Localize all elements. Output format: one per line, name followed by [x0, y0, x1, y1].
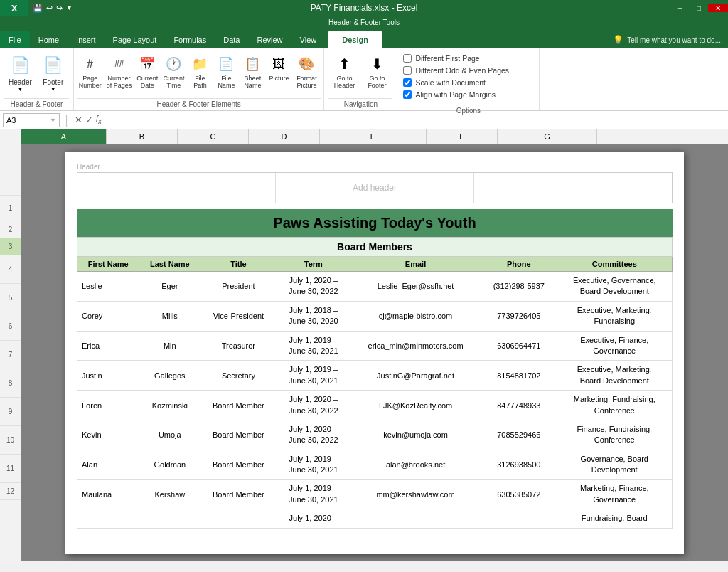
table-row[interactable]: Erica Min Treasurer July 1, 2019 –June 3…	[77, 331, 673, 361]
goto-footer-button[interactable]: ⬇ Go toFooter	[361, 51, 392, 91]
cell-committees[interactable]: Executive, Marketing,Board Development	[557, 361, 672, 391]
header-dropdown-icon[interactable]: ▼	[17, 86, 23, 92]
formula-enter-icon[interactable]: ✓	[85, 115, 93, 125]
row-num-11[interactable]: 11	[0, 455, 21, 483]
cell-last-name[interactable]: Kershaw	[139, 480, 200, 509]
table-row[interactable]: Kevin Umoja Board Member July 1, 2020 –J…	[77, 420, 673, 450]
close-button[interactable]: ✕	[708, 4, 728, 12]
row-num-3[interactable]: 3	[0, 238, 21, 255]
cell-phone[interactable]: 7085529466	[481, 420, 557, 450]
cell-term[interactable]: July 1, 2020 –	[277, 509, 350, 528]
tab-view[interactable]: View	[291, 31, 326, 48]
row-num-5[interactable]: 5	[0, 284, 21, 312]
tab-design[interactable]: Design	[328, 31, 382, 48]
col-header-A[interactable]: A	[21, 129, 107, 144]
cell-phone[interactable]: 7739726405	[481, 301, 557, 331]
cell-last-name[interactable]: Mills	[139, 301, 200, 331]
cell-phone[interactable]: (312)298-5937	[481, 272, 557, 302]
cell-last-name[interactable]: Umoja	[139, 420, 200, 450]
cell-last-name[interactable]: Goldman	[139, 450, 200, 480]
row-num-4[interactable]: 4	[0, 255, 21, 284]
formula-input[interactable]	[105, 116, 725, 125]
different-odd-even-checkbox-row[interactable]: Different Odd & Even Pages	[403, 66, 533, 75]
maximize-button[interactable]: □	[690, 4, 708, 12]
cell-committees[interactable]: Marketing, Fundraising,Conference	[557, 391, 672, 420]
formula-cancel-icon[interactable]: ✕	[75, 115, 82, 125]
page-number-button[interactable]: # PageNumber	[77, 51, 104, 91]
format-picture-button[interactable]: 🎨 FormatPicture	[292, 51, 321, 91]
cell-committees[interactable]: Marketing, Finance,Governance	[557, 480, 672, 509]
subtitle-cell[interactable]: Board Members	[77, 238, 673, 257]
tab-file[interactable]: File	[0, 31, 30, 48]
current-time-button[interactable]: 🕐 CurrentTime	[161, 51, 186, 91]
cell-phone[interactable]: 6305385072	[481, 480, 557, 509]
col-header-B[interactable]: B	[107, 129, 178, 144]
header-left-section[interactable]	[77, 173, 276, 203]
cell-phone[interactable]: 6306964471	[481, 331, 557, 361]
cell-committees[interactable]: Finance, Fundraising,Conference	[557, 420, 672, 450]
table-row[interactable]: Loren Kozminski Board Member July 1, 202…	[77, 391, 673, 420]
picture-button[interactable]: 🖼 Picture	[266, 51, 291, 84]
tab-data[interactable]: Data	[215, 31, 248, 48]
file-path-button[interactable]: 📁 FilePath	[187, 51, 213, 91]
cell-term[interactable]: July 1, 2020 –June 30, 2022	[277, 420, 350, 450]
cell-title[interactable]: Secretary	[200, 361, 277, 391]
row-num-6[interactable]: 6	[0, 312, 21, 341]
cell-email[interactable]: kevin@umoja.com	[350, 420, 481, 450]
file-name-button[interactable]: 📄 FileName	[213, 51, 239, 91]
cell-last-name[interactable]: Kozminski	[139, 391, 200, 420]
cell-term[interactable]: July 1, 2019 –June 30, 2021	[277, 450, 350, 480]
col-header-G[interactable]: G	[498, 129, 597, 144]
col-header-E[interactable]: E	[320, 129, 427, 144]
cell-first-name[interactable]: Justin	[77, 361, 139, 391]
cell-reference-box[interactable]: A3 ▼	[3, 113, 60, 127]
row-num-10[interactable]: 10	[0, 426, 21, 455]
cell-email[interactable]: LJK@KozRealty.com	[350, 391, 481, 420]
table-row[interactable]: Maulana Kershaw Board Member July 1, 201…	[77, 480, 673, 509]
cell-term[interactable]: July 1, 2020 –June 30, 2022	[277, 391, 350, 420]
cell-title[interactable]	[200, 509, 277, 528]
minimize-button[interactable]: ─	[670, 4, 690, 12]
header-input-area[interactable]: Add header	[77, 172, 673, 203]
cell-committees[interactable]: Executive, Governance,Board Development	[557, 272, 672, 302]
table-row[interactable]: Justin Gallegos Secretary July 1, 2019 –…	[77, 361, 673, 391]
tab-review[interactable]: Review	[248, 31, 291, 48]
row-num-8[interactable]: 8	[0, 369, 21, 398]
undo-icon[interactable]: ↩	[46, 4, 53, 13]
footer-button[interactable]: 📄 Footer ▼	[38, 51, 69, 94]
save-icon[interactable]: 💾	[33, 4, 43, 13]
tab-insert[interactable]: Insert	[68, 31, 105, 48]
table-row[interactable]: Corey Mills Vice-President July 1, 2018 …	[77, 301, 673, 331]
current-date-button[interactable]: 📅 CurrentDate	[134, 51, 160, 91]
row-num-2[interactable]: 2	[0, 221, 21, 238]
cell-last-name[interactable]	[139, 509, 200, 528]
scale-with-document-checkbox-row[interactable]: Scale with Document	[403, 78, 533, 87]
cell-email[interactable]	[350, 509, 481, 528]
cell-first-name[interactable]: Loren	[77, 391, 139, 420]
cell-committees[interactable]: Executive, Marketing,Fundraising	[557, 301, 672, 331]
header-center-section[interactable]: Add header	[276, 173, 474, 203]
cell-last-name[interactable]: Gallegos	[139, 361, 200, 391]
table-row[interactable]: Leslie Eger President July 1, 2020 –June…	[77, 272, 673, 302]
cell-committees[interactable]: Executive, Finance,Governance	[557, 331, 672, 361]
table-row[interactable]: Alan Goldman Board Member July 1, 2019 –…	[77, 450, 673, 480]
cell-last-name[interactable]: Min	[139, 331, 200, 361]
cell-phone[interactable]: 8154881702	[481, 361, 557, 391]
cell-title[interactable]: Vice-President	[200, 301, 277, 331]
different-odd-even-checkbox[interactable]	[403, 66, 412, 75]
cell-title[interactable]: Board Member	[200, 450, 277, 480]
cell-email[interactable]: mm@kershawlaw.com	[350, 480, 481, 509]
row-num-1[interactable]: 1	[0, 196, 21, 221]
cell-first-name[interactable]: Alan	[77, 450, 139, 480]
cell-term[interactable]: July 1, 2020 –June 30, 2022	[277, 272, 350, 302]
cell-committees[interactable]: Fundraising, Board	[557, 509, 672, 528]
cell-title[interactable]: Treasurer	[200, 331, 277, 361]
col-header-F[interactable]: F	[427, 129, 498, 144]
redo-icon[interactable]: ↪	[56, 4, 63, 13]
cell-email[interactable]: erica_min@minmotors.com	[350, 331, 481, 361]
cell-email[interactable]: cj@maple-bistro.com	[350, 301, 481, 331]
title-cell[interactable]: Paws Assisting Today's Youth	[77, 209, 673, 238]
cell-term[interactable]: July 1, 2019 –June 30, 2021	[277, 361, 350, 391]
header-button[interactable]: 📄 Header ▼	[4, 51, 36, 94]
col-header-C[interactable]: C	[178, 129, 249, 144]
